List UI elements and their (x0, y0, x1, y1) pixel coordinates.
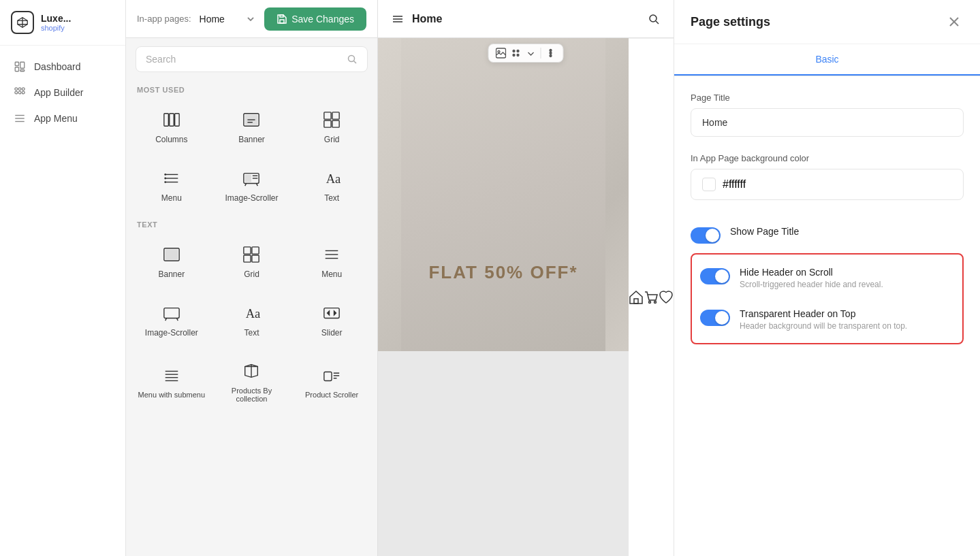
svg-rect-35 (245, 174, 251, 182)
component-banner2[interactable]: Banner (131, 233, 212, 291)
sidebar-item-app-builder-label: App Builder (34, 87, 83, 98)
show-page-title-text: Show Page Title (730, 226, 799, 239)
banner-promo-text: FLAT 50% OFF* (428, 262, 578, 283)
svg-point-70 (517, 54, 519, 56)
selected-page-label: Home (200, 14, 225, 24)
menu-icon (162, 169, 181, 188)
image-scroller2-label: Image-Scroller (145, 328, 198, 338)
main-nav: Dashboard App Builder App Menu (0, 46, 125, 556)
svg-rect-44 (252, 255, 259, 262)
transparent-header-text: Transparent Header on Top Header backgro… (740, 308, 907, 331)
page-title-input[interactable] (691, 108, 964, 137)
component-products-by-collection[interactable]: Products By collection (212, 350, 292, 415)
svg-point-32 (164, 178, 166, 180)
svg-rect-48 (164, 308, 179, 318)
grid2-icon (242, 245, 261, 264)
save-icon (276, 14, 287, 24)
most-used-grid: Columns Banner (126, 98, 377, 215)
svg-line-16 (354, 61, 357, 64)
component-banner[interactable]: Banner (212, 98, 292, 157)
sidebar-item-dashboard[interactable]: Dashboard (0, 54, 125, 80)
svg-rect-3 (20, 70, 25, 71)
component-grid2[interactable]: Grid (212, 233, 292, 291)
menu-submenu-icon (162, 366, 181, 385)
search-input[interactable] (146, 54, 341, 65)
svg-rect-14 (280, 15, 283, 17)
sidebar-item-app-menu-label: App Menu (34, 113, 78, 124)
svg-rect-17 (164, 114, 169, 127)
text-section-label: TEXT (126, 215, 377, 233)
app-platform: shopify (41, 24, 71, 32)
component-columns[interactable]: Columns (131, 98, 212, 157)
block-selector-bar[interactable] (488, 44, 564, 63)
search-bar[interactable] (136, 46, 368, 72)
svg-text:Aa: Aa (326, 171, 341, 186)
bg-color-input[interactable]: #ffffff (691, 169, 964, 200)
page-title-field-group: Page Title (691, 93, 964, 137)
svg-rect-40 (165, 250, 178, 260)
svg-rect-74 (634, 299, 638, 304)
svg-point-75 (649, 301, 651, 304)
cart-nav-icon (644, 290, 659, 305)
sidebar-item-app-menu[interactable]: App Menu (0, 105, 125, 131)
save-changes-label: Save Changes (291, 14, 354, 24)
svg-rect-59 (324, 372, 332, 380)
components-scroll: MOST USED Columns (126, 38, 377, 556)
component-menu[interactable]: Menu (131, 157, 212, 215)
text2-label: Text (244, 328, 259, 338)
preview-page-title: Home (412, 13, 442, 25)
preview-area: Home (378, 0, 674, 556)
svg-rect-18 (170, 114, 174, 127)
svg-point-67 (513, 50, 515, 52)
dashboard-icon (14, 61, 26, 73)
svg-rect-19 (174, 114, 179, 127)
banner2-icon (162, 245, 181, 264)
show-page-title-toggle[interactable] (691, 227, 721, 244)
block-chevron-icon (526, 48, 537, 59)
svg-rect-2 (20, 62, 25, 68)
text-icon: Aa (322, 169, 341, 188)
close-settings-button[interactable] (945, 12, 964, 31)
tab-basic[interactable]: Basic (674, 44, 980, 76)
show-page-title-toggle-row: Show Page Title (691, 216, 964, 253)
block-move-icon (511, 48, 522, 59)
bg-color-field-group: In App Page background color #ffffff (691, 153, 964, 200)
component-grid[interactable]: Grid (291, 98, 372, 157)
component-image-scroller2[interactable]: Image-Scroller (131, 291, 212, 350)
svg-rect-26 (324, 120, 331, 127)
svg-marker-52 (334, 310, 337, 316)
product-scroller-label: Product Scroller (305, 391, 358, 399)
hide-header-toggle[interactable] (700, 268, 730, 284)
component-menu-submenu[interactable]: Menu with submenu (131, 350, 212, 415)
search-icon (347, 54, 358, 65)
logo-icon (11, 11, 34, 34)
transparent-header-toggle-row: Transparent Header on Top Header backgro… (692, 299, 962, 340)
sidebar-item-app-builder[interactable]: App Builder (0, 80, 125, 105)
logo-text: Luxe... shopify (41, 13, 71, 32)
component-image-scroller[interactable]: Image-Scroller (212, 157, 292, 215)
settings-header: Page settings (674, 0, 980, 44)
svg-text:Aa: Aa (246, 306, 260, 321)
component-text2[interactable]: Aa Text (212, 291, 292, 350)
svg-point-15 (349, 56, 355, 62)
hide-header-toggle-row: Hide Header on Scroll Scroll-triggered h… (692, 257, 962, 299)
highlighted-toggles-section: Hide Header on Scroll Scroll-triggered h… (691, 253, 964, 344)
hide-header-desc: Scroll-triggered header hide and reveal. (740, 280, 883, 289)
page-title-field-label: Page Title (691, 93, 964, 103)
transparent-header-toggle[interactable] (700, 310, 730, 326)
banner-label: Banner (238, 135, 265, 144)
svg-rect-0 (15, 62, 18, 65)
transparent-header-label: Transparent Header on Top (740, 308, 907, 319)
menu2-label: Menu (321, 269, 342, 279)
block-image-icon (496, 48, 507, 59)
bg-color-field-label: In App Page background color (691, 153, 964, 163)
text-section-grid: Banner Grid (126, 233, 377, 415)
save-changes-button[interactable]: Save Changes (264, 7, 366, 31)
component-menu2[interactable]: Menu (291, 233, 372, 291)
component-text[interactable]: Aa Text (291, 157, 372, 215)
component-slider[interactable]: Slider (291, 291, 372, 350)
page-selector[interactable]: Home (200, 14, 257, 24)
svg-point-4 (15, 88, 18, 91)
svg-rect-27 (332, 120, 339, 127)
component-product-scroller[interactable]: Product Scroller (291, 350, 372, 415)
